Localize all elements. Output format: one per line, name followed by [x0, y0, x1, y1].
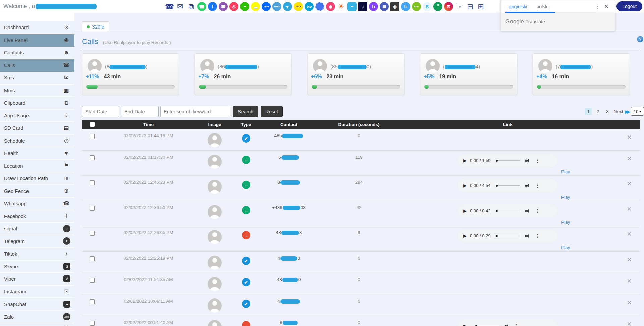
translate-close-icon[interactable]: ✕	[603, 3, 611, 10]
sidebar-item-tiktok[interactable]: Tiktok♪	[0, 248, 74, 261]
sidebar-item-instagram[interactable]: Instagram⊡	[0, 286, 74, 298]
video-chat-icon[interactable]: ◉	[326, 2, 335, 11]
sidebar-item-viber[interactable]: ViberV	[0, 273, 74, 286]
sidebar-item-location[interactable]: Location⚑	[0, 160, 74, 173]
seek-slider[interactable]	[496, 211, 520, 211]
clipboard-icon[interactable]: ⧉	[186, 2, 196, 11]
delete-row-icon[interactable]: ✕	[627, 299, 632, 306]
page-number-3[interactable]: 3	[604, 108, 611, 115]
sidebar-item-signal[interactable]: signal◌	[0, 223, 74, 235]
volume-icon[interactable]	[525, 209, 530, 213]
kakaotalk-icon[interactable]: TALK	[294, 2, 303, 11]
sidebar-item-geo-fence[interactable]: Geo Fence⊕	[0, 185, 74, 198]
snapchat-icon[interactable]: ☁	[251, 2, 260, 11]
sms-icon[interactable]: ✉	[176, 2, 185, 11]
delete-row-icon[interactable]: ✕	[627, 321, 632, 326]
app-usage-icon[interactable]: ☞	[455, 2, 464, 11]
player-menu-icon[interactable]: ⋮	[535, 208, 540, 214]
row-checkbox[interactable]	[90, 231, 95, 236]
seek-slider[interactable]	[496, 236, 520, 236]
translate-tab-angielski[interactable]: angielski	[504, 1, 532, 12]
help-icon[interactable]: ?	[637, 36, 643, 42]
sidebar-item-whatsapp[interactable]: Whatsapp☎	[0, 198, 74, 210]
row-checkbox[interactable]	[90, 278, 95, 283]
sidebar-item-partial[interactable]	[0, 323, 74, 326]
page-number-1[interactable]: 1	[585, 108, 592, 115]
audio-player[interactable]: ▶0:00 / 4:54⋮	[458, 179, 558, 192]
play-icon[interactable]: ▶	[463, 183, 467, 188]
delete-row-icon[interactable]: ✕	[627, 155, 632, 162]
logout-button[interactable]: Logout	[616, 1, 642, 11]
hike-icon[interactable]: hi	[401, 2, 410, 11]
sidebar-item-skype[interactable]: SkypeS	[0, 261, 74, 273]
badoo-icon[interactable]: b	[369, 2, 378, 11]
end-date-input[interactable]	[121, 106, 159, 117]
facebook-icon[interactable]: f	[208, 2, 217, 11]
play-icon[interactable]: ▶	[463, 158, 467, 163]
zalo-icon[interactable]: Zalo	[262, 2, 271, 11]
play-icon[interactable]: ▶	[463, 323, 467, 326]
sidebar-item-zalo[interactable]: ZaloZalo	[0, 311, 74, 324]
print-file-icon[interactable]: ⊟	[466, 2, 475, 11]
wechat-icon[interactable]: ••	[240, 2, 249, 11]
skype-icon[interactable]: S	[423, 2, 432, 11]
delete-row-icon[interactable]: ✕	[627, 231, 632, 238]
volume-icon[interactable]	[505, 324, 509, 326]
call-recorder-icon[interactable]: ☎	[165, 2, 174, 11]
kik-icon[interactable]: kik·	[412, 2, 421, 11]
play-link[interactable]: Play	[561, 195, 570, 200]
dots-messenger-icon[interactable]: ••	[347, 2, 357, 11]
telegram-icon[interactable]: ➤	[283, 2, 292, 11]
reset-button[interactable]: Reset	[261, 106, 283, 117]
seek-slider[interactable]	[496, 160, 520, 161]
row-checkbox[interactable]	[90, 155, 95, 160]
sidebar-item-dashboard[interactable]: Dashboard⊙	[0, 21, 74, 34]
play-link[interactable]: Play	[561, 245, 570, 250]
select-all-checkbox[interactable]	[90, 122, 95, 127]
hangouts-icon[interactable]: ”	[433, 2, 442, 11]
signal-icon[interactable]	[315, 2, 324, 11]
sidebar-item-calls[interactable]: Calls☎	[0, 59, 74, 72]
sidebar-item-snapchat[interactable]: SnapChat☁	[0, 298, 74, 311]
threema-icon[interactable]: ◉	[390, 2, 399, 11]
audio-player[interactable]: ▶0:00 / 1:59⋮	[458, 154, 558, 167]
sidebar-item-schedule[interactable]: Schedule◷	[0, 135, 74, 148]
delete-row-icon[interactable]: ✕	[627, 206, 632, 213]
volume-icon[interactable]	[525, 234, 530, 238]
seek-slider[interactable]	[496, 185, 520, 186]
delete-row-icon[interactable]: ✕	[627, 134, 632, 141]
player-menu-icon[interactable]: ⋮	[514, 323, 519, 326]
player-menu-icon[interactable]: ⋮	[535, 183, 540, 189]
delete-row-icon[interactable]: ✕	[627, 256, 632, 263]
whatsapp-icon[interactable]: ☎	[197, 2, 206, 11]
volume-icon[interactable]	[525, 158, 530, 163]
sidebar-item-app-usage[interactable]: App Usage⇩	[0, 110, 74, 122]
start-date-input[interactable]	[82, 106, 119, 117]
row-checkbox[interactable]	[90, 256, 95, 261]
sidebar-item-draw-location-path[interactable]: Draw Location Path≋	[0, 172, 74, 185]
page-size-select[interactable]: 10▾	[631, 107, 644, 116]
row-checkbox[interactable]	[90, 299, 95, 304]
row-checkbox[interactable]	[90, 180, 95, 185]
sidebar-item-health[interactable]: Health♥	[0, 147, 74, 160]
sidebar-item-facebook[interactable]: Facebookf	[0, 210, 74, 223]
sun-chat-icon[interactable]: ☀	[337, 2, 346, 11]
search-button[interactable]: Search	[233, 106, 258, 117]
play-icon[interactable]: ▶	[463, 208, 467, 213]
row-checkbox[interactable]	[90, 321, 95, 326]
botim-icon[interactable]: ▤	[380, 2, 389, 11]
delete-row-icon[interactable]: ✕	[627, 278, 632, 285]
volume-icon[interactable]	[525, 183, 530, 188]
imo-icon[interactable]: imo	[272, 2, 281, 11]
device-tab-s20fe[interactable]: S20fe	[82, 21, 109, 32]
play-link[interactable]: Play	[561, 169, 570, 174]
sidebar-item-contacts[interactable]: Contacts☻	[0, 47, 74, 59]
next-page-button[interactable]: Next▶▶	[614, 109, 629, 114]
sidebar-item-mms[interactable]: Mms▣	[0, 85, 74, 97]
player-menu-icon[interactable]: ⋮	[535, 233, 540, 239]
sidebar-item-sms[interactable]: Sms✉	[0, 72, 74, 85]
instagram-icon[interactable]: ⊡	[444, 2, 453, 11]
search-input[interactable]	[160, 106, 230, 117]
tinder-icon[interactable]: ♨	[229, 2, 238, 11]
row-checkbox[interactable]	[90, 206, 95, 211]
